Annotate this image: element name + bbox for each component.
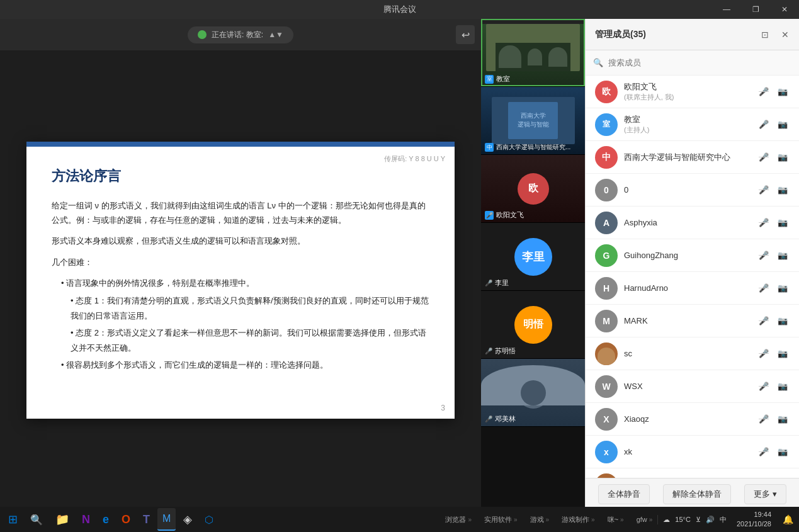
member-avatar-wsx: W [595, 375, 618, 398]
member-name-asphyxia: Asphyxia [624, 218, 751, 227]
member-name-wsx: WSX [624, 382, 751, 391]
member-mic-xk: 🎤 [757, 445, 771, 459]
taskbar-app-folder[interactable]: 📁 [50, 508, 74, 531]
taskbar-tab-游戏[interactable]: 游戏 [525, 514, 555, 526]
member-avatar-classroom: 室 [595, 113, 618, 136]
taskbar-app-edge[interactable]: e [98, 508, 114, 531]
mic-active-icon [198, 30, 207, 39]
taskbar-tab-gfw[interactable]: gfw [632, 514, 658, 524]
start-button[interactable]: ⊞ [0, 507, 25, 532]
slide-bullet1: • 语言现象中的例外情况很多，特别是在概率推理中。 [61, 276, 429, 290]
video-tile-southwest[interactable]: 西南大学逻辑与智能 中 西南大学逻辑与智能研究... [481, 87, 585, 155]
member-item-sc[interactable]: sc 🎤 📷 [586, 337, 799, 370]
member-item-ouyang[interactable]: 欧 欧阳文飞 (联席主持人, 我) 🎤 📷 [586, 76, 799, 108]
member-name-ouyang: 欧阳文飞 [624, 81, 751, 93]
members-header-buttons: ⊡ ✕ [757, 27, 793, 42]
member-item-guihong[interactable]: G GuihongZhang 🎤 📷 [586, 239, 799, 272]
member-item-xiaoqz[interactable]: X Xiaoqz 🎤 📷 [586, 403, 799, 436]
taskbar-app-extra2[interactable]: ⬡ [200, 508, 218, 531]
member-item-yoyo[interactable]: yoyo张欣202043683 🎤 📷 [586, 468, 799, 478]
maximize-button[interactable]: ❐ [741, 0, 770, 19]
video-tile-classroom[interactable]: 室 教室 [481, 19, 585, 87]
taskbar-app-tencent[interactable]: M [157, 508, 176, 531]
close-button[interactable]: ✕ [770, 0, 799, 19]
member-mic-xiaoqz: 🎤 [757, 412, 771, 426]
taskbar-app-teams[interactable]: T [138, 508, 155, 531]
member-item-zhongxin[interactable]: 中 西南大学逻辑与智能研究中心 🎤 📷 [586, 141, 799, 174]
member-controls-harnud: 🎤 📷 [757, 281, 790, 295]
speaking-label: 正在讲话: 教室: [212, 30, 263, 40]
slide-sub1: • 态度 1：我们有清楚分明的直观，形式语义只负责解释/预测我们良好的直观，同时… [71, 293, 429, 323]
taskbar-search-button[interactable]: 🔍 [25, 508, 48, 531]
member-info-zero: 0 [624, 185, 751, 195]
back-button[interactable]: ↩ [456, 25, 475, 44]
taskbar-tab-实用软件[interactable]: 实用软件 [479, 514, 523, 526]
unmute-all-button[interactable]: 解除全体静音 [663, 484, 731, 504]
taskbar-app-office[interactable]: O [116, 508, 135, 531]
taskbar-tray: ☁ 15°C ⊻ 🔊 中 [657, 515, 732, 524]
video-tile-mingwu[interactable]: 明悟 🎤 苏明悟 [481, 291, 585, 359]
member-avatar-harnud: H [595, 277, 618, 300]
member-name-sc: sc [624, 349, 751, 358]
members-search-input[interactable] [608, 58, 791, 67]
dengmeilin-mic-icon: 🎤 [485, 416, 492, 422]
taskbar-clock: 19:44 2021/10/28 [732, 510, 776, 529]
members-list: 欧 欧阳文飞 (联席主持人, 我) 🎤 📷 室 教室 (主持人) 🎤 📷 中 [586, 76, 799, 478]
video-tile-dengmeilin[interactable]: 🎤 邓美林 [481, 359, 585, 427]
video-tile-lili[interactable]: 李里 🎤 李里 [481, 223, 585, 291]
member-mic-guihong: 🎤 [757, 249, 771, 263]
taskbar-apps: 📁 N e O T M ◈ ⬡ [48, 508, 440, 531]
member-mic-asphyxia: 🎤 [757, 216, 771, 230]
language-indicator[interactable]: 中 [720, 515, 727, 524]
video-tile-ouyang[interactable]: 欧 🎤 欧阳文飞 [481, 155, 585, 223]
member-avatar-asphyxia: A [595, 212, 618, 234]
member-controls-mark: 🎤 📷 [757, 314, 790, 328]
member-item-xk[interactable]: x xk 🎤 📷 [586, 436, 799, 468]
video-tile-label-classroom: 室 教室 [485, 74, 510, 84]
clock-time: 19:44 [737, 510, 771, 519]
member-cam-mark: 📷 [776, 314, 790, 328]
slide-para1: 给定一组词 ν 的形式语义，我们就得到由这组词生成的语言 Lν 中的一个逻辑：那… [52, 198, 429, 228]
member-cam-sc: 📷 [776, 347, 790, 361]
member-item-asphyxia[interactable]: A Asphyxia 🎤 📷 [586, 207, 799, 239]
member-item-classroom[interactable]: 室 教室 (主持人) 🎤 📷 [586, 108, 799, 141]
taskbar-notification-button[interactable]: 🔔 [776, 508, 799, 531]
taskbar-app-extra1[interactable]: ◈ [178, 508, 197, 531]
weather-icon: ☁ [663, 516, 670, 524]
taskbar-app-onenote[interactable]: N [77, 508, 95, 531]
extra1-icon: ◈ [183, 512, 192, 526]
volume-icon: 🔊 [706, 516, 715, 524]
member-mic-sc: 🎤 [757, 347, 771, 361]
member-info-wsx: WSX [624, 382, 751, 391]
more-button[interactable]: 更多 ▾ [744, 484, 786, 504]
member-item-wsx[interactable]: W WSX 🎤 📷 [586, 370, 799, 403]
member-controls-ouyang: 🎤 📷 [757, 85, 790, 99]
taskbar-tab-咪~[interactable]: 咪~ [603, 514, 629, 526]
member-controls-asphyxia: 🎤 📷 [757, 216, 790, 230]
tencent-icon: M [162, 513, 171, 524]
member-name-zero: 0 [624, 185, 751, 195]
member-avatar-xiaoqz: X [595, 408, 618, 431]
presentation-area: 正在讲话: 教室: ▲▼ ↩ 传屏码: Y 8 8 U U Y 方法论序言 给定… [0, 19, 481, 509]
speaking-name: ▲▼ [268, 30, 283, 39]
members-panel: 管理成员(35) ⊡ ✕ 🔍 欧 欧阳文飞 (联席主持人, 我) 🎤 📷 室 [585, 19, 799, 509]
video-tile-label-southwest: 中 西南大学逻辑与智能研究... [485, 143, 570, 152]
minimize-button[interactable]: — [712, 0, 741, 19]
members-header: 管理成员(35) ⊡ ✕ [586, 19, 799, 50]
member-info-xk: xk [624, 447, 751, 456]
member-avatar-guihong: G [595, 244, 618, 267]
title-bar: 腾讯会议 — ❐ ✕ [0, 0, 799, 19]
main-content: 正在讲话: 教室: ▲▼ ↩ 传屏码: Y 8 8 U U Y 方法论序言 给定… [0, 19, 799, 509]
taskbar-tab-游戏制作[interactable]: 游戏制作 [557, 514, 600, 526]
member-name-zhongxin: 西南大学逻辑与智能研究中心 [624, 152, 751, 163]
member-item-zero[interactable]: 0 0 🎤 📷 [586, 174, 799, 207]
member-item-mark[interactable]: M MARK 🎤 📷 [586, 305, 799, 337]
members-search-bar: 🔍 [586, 50, 799, 76]
member-info-asphyxia: Asphyxia [624, 218, 751, 227]
taskbar-tab-浏览器[interactable]: 浏览器 [440, 514, 477, 526]
mute-all-button[interactable]: 全体静音 [598, 484, 650, 504]
members-close-button[interactable]: ✕ [778, 27, 793, 42]
member-item-harnud[interactable]: H HarnudArno 🎤 📷 [586, 272, 799, 305]
members-expand-button[interactable]: ⊡ [757, 27, 773, 42]
member-mic-classroom: 🎤 [757, 118, 771, 132]
